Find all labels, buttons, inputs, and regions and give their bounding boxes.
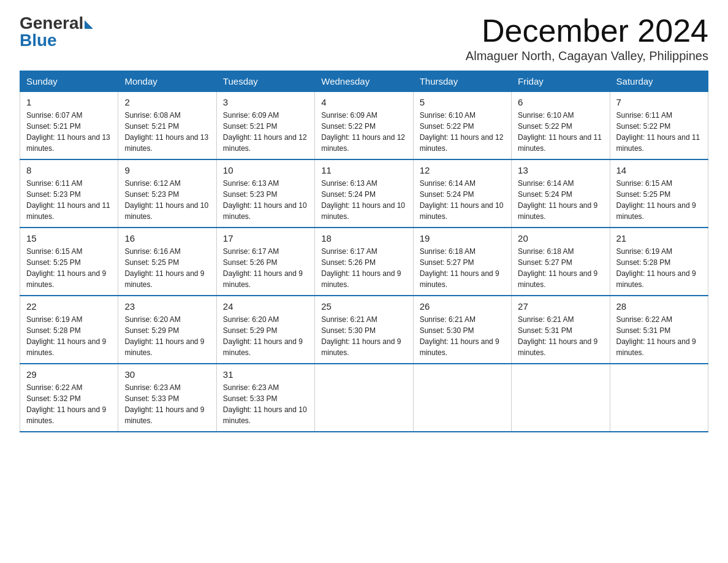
day-info: Sunrise: 6:23 AMSunset: 5:33 PMDaylight:… (223, 382, 308, 426)
day-info: Sunrise: 6:21 AMSunset: 5:31 PMDaylight:… (518, 314, 603, 358)
calendar-cell: 17Sunrise: 6:17 AMSunset: 5:26 PMDayligh… (216, 228, 314, 296)
calendar-cell: 7Sunrise: 6:11 AMSunset: 5:22 PMDaylight… (610, 92, 708, 160)
header-monday: Monday (118, 71, 216, 92)
day-info: Sunrise: 6:14 AMSunset: 5:24 PMDaylight:… (420, 178, 505, 222)
day-number: 16 (124, 233, 210, 243)
logo-general-text: General (20, 15, 83, 32)
day-number: 18 (321, 233, 406, 243)
day-info: Sunrise: 6:20 AMSunset: 5:29 PMDaylight:… (223, 314, 308, 358)
calendar-cell: 31Sunrise: 6:23 AMSunset: 5:33 PMDayligh… (216, 364, 314, 432)
day-number: 1 (26, 97, 112, 107)
day-number: 19 (420, 233, 505, 243)
header-sunday: Sunday (20, 71, 118, 92)
calendar-cell: 22Sunrise: 6:19 AMSunset: 5:28 PMDayligh… (20, 296, 118, 364)
calendar-cell: 28Sunrise: 6:22 AMSunset: 5:31 PMDayligh… (610, 296, 708, 364)
day-info: Sunrise: 6:12 AMSunset: 5:23 PMDaylight:… (124, 178, 210, 222)
day-info: Sunrise: 6:10 AMSunset: 5:22 PMDaylight:… (420, 110, 505, 154)
day-info: Sunrise: 6:21 AMSunset: 5:30 PMDaylight:… (321, 314, 406, 358)
calendar-cell: 23Sunrise: 6:20 AMSunset: 5:29 PMDayligh… (118, 296, 216, 364)
calendar-week-row: 29Sunrise: 6:22 AMSunset: 5:32 PMDayligh… (20, 364, 708, 432)
calendar-cell: 29Sunrise: 6:22 AMSunset: 5:32 PMDayligh… (20, 364, 118, 432)
day-number: 29 (26, 369, 112, 380)
calendar-cell: 3Sunrise: 6:09 AMSunset: 5:21 PMDaylight… (216, 92, 314, 160)
day-info: Sunrise: 6:15 AMSunset: 5:25 PMDaylight:… (616, 178, 702, 222)
calendar-cell: 21Sunrise: 6:19 AMSunset: 5:28 PMDayligh… (610, 228, 708, 296)
calendar-cell: 15Sunrise: 6:15 AMSunset: 5:25 PMDayligh… (20, 228, 118, 296)
day-number: 7 (616, 97, 702, 107)
day-number: 4 (321, 97, 406, 107)
day-number: 12 (420, 165, 505, 175)
calendar-week-row: 15Sunrise: 6:15 AMSunset: 5:25 PMDayligh… (20, 228, 708, 296)
logo-arrow-icon (85, 20, 93, 29)
location-subtitle: Almaguer North, Cagayan Valley, Philippi… (466, 49, 708, 63)
day-number: 22 (26, 301, 112, 312)
day-info: Sunrise: 6:20 AMSunset: 5:29 PMDaylight:… (124, 314, 210, 358)
day-info: Sunrise: 6:17 AMSunset: 5:26 PMDaylight:… (223, 246, 308, 290)
calendar-cell: 5Sunrise: 6:10 AMSunset: 5:22 PMDaylight… (413, 92, 511, 160)
day-number: 30 (124, 369, 210, 380)
day-number: 5 (420, 97, 505, 107)
calendar-cell: 10Sunrise: 6:13 AMSunset: 5:23 PMDayligh… (216, 159, 314, 228)
day-number: 15 (26, 233, 112, 243)
calendar-cell: 18Sunrise: 6:17 AMSunset: 5:26 PMDayligh… (315, 228, 413, 296)
day-number: 24 (223, 301, 308, 312)
day-info: Sunrise: 6:18 AMSunset: 5:27 PMDaylight:… (518, 246, 603, 290)
calendar-cell (315, 364, 413, 432)
calendar-cell: 30Sunrise: 6:23 AMSunset: 5:33 PMDayligh… (118, 364, 216, 432)
calendar-cell: 16Sunrise: 6:16 AMSunset: 5:25 PMDayligh… (118, 228, 216, 296)
calendar-cell: 19Sunrise: 6:18 AMSunset: 5:27 PMDayligh… (413, 228, 511, 296)
calendar-cell: 9Sunrise: 6:12 AMSunset: 5:23 PMDaylight… (118, 159, 216, 228)
calendar-cell (413, 364, 511, 432)
calendar-cell: 8Sunrise: 6:11 AMSunset: 5:23 PMDaylight… (20, 159, 118, 228)
logo: General Blue (20, 15, 93, 50)
day-info: Sunrise: 6:21 AMSunset: 5:30 PMDaylight:… (420, 314, 505, 358)
calendar-week-row: 22Sunrise: 6:19 AMSunset: 5:28 PMDayligh… (20, 296, 708, 364)
day-number: 3 (223, 97, 308, 107)
calendar-cell: 26Sunrise: 6:21 AMSunset: 5:30 PMDayligh… (413, 296, 511, 364)
day-info: Sunrise: 6:14 AMSunset: 5:24 PMDaylight:… (518, 178, 603, 222)
day-info: Sunrise: 6:22 AMSunset: 5:32 PMDaylight:… (26, 382, 112, 426)
day-info: Sunrise: 6:23 AMSunset: 5:33 PMDaylight:… (124, 382, 210, 426)
header-tuesday: Tuesday (216, 71, 314, 92)
calendar-cell: 6Sunrise: 6:10 AMSunset: 5:22 PMDaylight… (512, 92, 610, 160)
day-info: Sunrise: 6:22 AMSunset: 5:31 PMDaylight:… (616, 314, 702, 358)
calendar-cell: 12Sunrise: 6:14 AMSunset: 5:24 PMDayligh… (413, 159, 511, 228)
calendar-cell: 13Sunrise: 6:14 AMSunset: 5:24 PMDayligh… (512, 159, 610, 228)
day-number: 13 (518, 165, 603, 175)
day-info: Sunrise: 6:19 AMSunset: 5:28 PMDaylight:… (26, 314, 112, 358)
header-thursday: Thursday (413, 71, 511, 92)
header-wednesday: Wednesday (315, 71, 413, 92)
day-number: 28 (616, 301, 702, 312)
day-info: Sunrise: 6:08 AMSunset: 5:21 PMDaylight:… (124, 110, 210, 154)
day-number: 11 (321, 165, 406, 175)
day-number: 2 (124, 97, 210, 107)
day-number: 21 (616, 233, 702, 243)
calendar-week-row: 8Sunrise: 6:11 AMSunset: 5:23 PMDaylight… (20, 159, 708, 228)
calendar-header-row: SundayMondayTuesdayWednesdayThursdayFrid… (20, 71, 708, 92)
calendar-table: SundayMondayTuesdayWednesdayThursdayFrid… (20, 71, 708, 432)
day-number: 10 (223, 165, 308, 175)
day-number: 31 (223, 369, 308, 380)
calendar-cell: 20Sunrise: 6:18 AMSunset: 5:27 PMDayligh… (512, 228, 610, 296)
day-number: 14 (616, 165, 702, 175)
day-info: Sunrise: 6:19 AMSunset: 5:28 PMDaylight:… (616, 246, 702, 290)
day-number: 6 (518, 97, 603, 107)
logo-blue-text: Blue (20, 31, 57, 50)
day-number: 27 (518, 301, 603, 312)
month-title: December 2024 (466, 15, 708, 47)
day-info: Sunrise: 6:09 AMSunset: 5:22 PMDaylight:… (321, 110, 406, 154)
day-info: Sunrise: 6:16 AMSunset: 5:25 PMDaylight:… (124, 246, 210, 290)
day-info: Sunrise: 6:07 AMSunset: 5:21 PMDaylight:… (26, 110, 112, 154)
calendar-cell: 25Sunrise: 6:21 AMSunset: 5:30 PMDayligh… (315, 296, 413, 364)
day-info: Sunrise: 6:15 AMSunset: 5:25 PMDaylight:… (26, 246, 112, 290)
calendar-cell: 14Sunrise: 6:15 AMSunset: 5:25 PMDayligh… (610, 159, 708, 228)
header-friday: Friday (512, 71, 610, 92)
day-number: 8 (26, 165, 112, 175)
calendar-cell: 27Sunrise: 6:21 AMSunset: 5:31 PMDayligh… (512, 296, 610, 364)
calendar-cell (512, 364, 610, 432)
day-info: Sunrise: 6:17 AMSunset: 5:26 PMDaylight:… (321, 246, 406, 290)
day-info: Sunrise: 6:18 AMSunset: 5:27 PMDaylight:… (420, 246, 505, 290)
title-section: December 2024 Almaguer North, Cagayan Va… (466, 15, 708, 63)
day-number: 23 (124, 301, 210, 312)
day-info: Sunrise: 6:11 AMSunset: 5:22 PMDaylight:… (616, 110, 702, 154)
